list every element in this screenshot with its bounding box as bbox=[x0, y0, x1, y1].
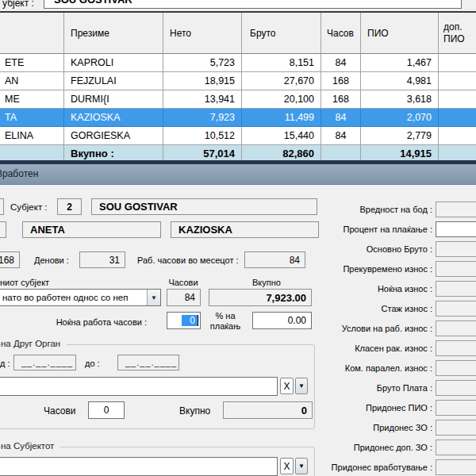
work-conditions-amount-label: Услови на раб. износ : bbox=[305, 323, 432, 334]
cut-field-left-a bbox=[0, 198, 4, 215]
cell-neto: 10,512 bbox=[163, 127, 242, 145]
cell-dop-pio bbox=[439, 127, 476, 145]
header-bruto: Бруто bbox=[242, 13, 321, 54]
cell-pio: 4,981 bbox=[361, 72, 439, 90]
cell-name: ME bbox=[0, 90, 64, 109]
cell-surname: KAPROLI bbox=[64, 54, 163, 72]
cell-neto: 13,941 bbox=[163, 90, 242, 109]
subject-name-field[interactable]: SOU GOSTIVAR bbox=[91, 198, 317, 215]
base-gross-label: Основно Бруто : bbox=[305, 244, 432, 255]
class-lead-amount-label: Класен рак. износ : bbox=[305, 343, 432, 354]
cut-field-left-b bbox=[0, 221, 6, 238]
table-row-selected[interactable]: TA KAZIOSKA 7,923 11,499 84 2,070 bbox=[0, 109, 476, 127]
cell-bruto: 8,151 bbox=[242, 54, 321, 72]
cell-name: AN bbox=[0, 72, 64, 90]
cell-neto: 7,923 bbox=[163, 109, 242, 127]
table-row[interactable]: ETE KAPROLI 5,723 8,151 84 1,467 bbox=[0, 54, 476, 72]
total-dop-pio bbox=[439, 145, 476, 162]
oo-hours-field[interactable]: 0 bbox=[88, 401, 125, 419]
parallel-amount-label: Ком. паралел. износ : bbox=[305, 363, 432, 374]
total-column-header: Вкупно bbox=[239, 277, 294, 288]
selected-text: 0 bbox=[182, 315, 198, 326]
overtime-amount-field bbox=[436, 261, 476, 277]
dop-zo-contribution-field bbox=[436, 440, 476, 455]
cell-pio: 3,618 bbox=[361, 90, 439, 109]
header-surname: Презиме bbox=[64, 13, 163, 54]
dop-zo-contribution-label: Придонес доп. ЗО : bbox=[305, 442, 432, 453]
pay-percent-label-line1: % на bbox=[215, 311, 235, 321]
table-total-row: Вкупно : 57,014 82,860 14,915 bbox=[0, 145, 476, 162]
other-organ-group-title: на Друг Орган bbox=[1, 339, 67, 348]
cell-name: ELINA bbox=[0, 127, 64, 145]
header-dop-pio: доп. ПИО bbox=[439, 13, 476, 54]
payroll-app-window: убјект : SOU GOSTIVAR Презиме Нето Бруто… bbox=[0, 0, 476, 476]
days-field[interactable]: 31 bbox=[79, 251, 125, 268]
pay-percent-right-field[interactable] bbox=[436, 221, 476, 237]
pio-contribution-label: Придонес ПИО : bbox=[305, 402, 432, 413]
point-value-label: Вредност на бод : bbox=[305, 204, 432, 215]
header-hours: Часов bbox=[321, 13, 361, 54]
first-name-field[interactable]: ANETA bbox=[22, 221, 161, 238]
cut-field-168: 168 bbox=[0, 251, 20, 268]
cell-hours: 84 bbox=[321, 109, 361, 127]
pay-percent-label-line2: плаќањ bbox=[210, 321, 240, 331]
clear-button[interactable]: X bbox=[280, 458, 294, 474]
cell-surname: GORGIESKA bbox=[64, 127, 163, 145]
subject-code-field[interactable]: 2 bbox=[57, 198, 82, 215]
employee-section-title: Вработен bbox=[0, 168, 38, 179]
relation-total-field: 7,923.00 bbox=[209, 289, 312, 306]
oo-hours-label: Часови bbox=[44, 405, 76, 416]
days-label: Денови : bbox=[34, 255, 69, 266]
pay-percent-right-label: Процент на плаќање : bbox=[305, 224, 432, 235]
header-neto: Нето bbox=[163, 13, 242, 54]
point-value-field bbox=[436, 202, 476, 217]
subject-name-field-top[interactable]: SOU GOSTIVAR bbox=[44, 0, 462, 9]
cell-hours: 168 bbox=[321, 90, 361, 109]
employee-table: Презиме Нето Бруто Часов ПИО доп. ПИО ET… bbox=[0, 11, 476, 162]
table-row[interactable]: ELINA GORGIESKA 10,512 15,440 84 2,779 bbox=[0, 127, 476, 145]
text-cursor bbox=[198, 315, 198, 326]
total-pio: 14,915 bbox=[361, 145, 439, 162]
base-gross-field bbox=[436, 241, 476, 257]
cell-pio: 2,779 bbox=[361, 127, 439, 145]
total-label: Вкупно : bbox=[64, 145, 163, 162]
month-hours-field[interactable]: 84 bbox=[244, 251, 305, 268]
total-hours bbox=[321, 145, 361, 162]
employee-section-bar: Вработен bbox=[0, 164, 476, 185]
oo-total-field: 0 bbox=[223, 401, 313, 419]
cell-pio: 1,467 bbox=[361, 54, 439, 72]
work-relation-dropdown[interactable]: нато во работен однос со неп ▼ bbox=[0, 289, 161, 306]
date-to-label: до : bbox=[85, 358, 100, 369]
cell-name: ETE bbox=[0, 54, 64, 72]
cell-surname: DURMI{I bbox=[64, 90, 163, 109]
other-organ-combo[interactable] bbox=[0, 377, 278, 396]
gross-salary-label: Бруто Плата : bbox=[305, 382, 432, 393]
cell-hours: 84 bbox=[321, 54, 361, 72]
clear-button[interactable]: X bbox=[280, 378, 294, 394]
zo-contribution-field bbox=[436, 420, 476, 436]
total-neto: 57,014 bbox=[163, 145, 242, 162]
cell-surname: KAZIOSKA bbox=[64, 109, 163, 127]
table-row[interactable]: AN FEJZULAI 18,915 27,670 168 4,981 bbox=[0, 72, 476, 90]
night-amount-field bbox=[436, 281, 476, 297]
subject-combo[interactable] bbox=[0, 457, 278, 476]
chevron-down-icon[interactable]: ▼ bbox=[147, 290, 160, 305]
last-name-field[interactable]: KAZIOSKA bbox=[171, 221, 319, 238]
subject-label: Субјект : bbox=[10, 202, 48, 213]
cell-bruto: 15,440 bbox=[242, 127, 321, 145]
relation-hours-field: 84 bbox=[167, 289, 201, 306]
pio-contribution-field bbox=[436, 400, 476, 416]
table-row[interactable]: ME DURMI{I 13,941 20,100 168 3,618 bbox=[0, 90, 476, 109]
date-to-field[interactable]: __.__.____ bbox=[117, 355, 179, 370]
overtime-amount-label: Прекувремено износ : bbox=[305, 263, 432, 274]
night-work-field[interactable]: 0 bbox=[167, 312, 201, 329]
oo-total-label: Вкупно bbox=[179, 405, 210, 416]
night-amount-label: Ноќна износ : bbox=[305, 283, 432, 294]
pay-percent-field[interactable]: 0.00 bbox=[252, 312, 312, 329]
table-header-row: Презиме Нето Бруто Часов ПИО доп. ПИО bbox=[0, 13, 476, 54]
cell-dop-pio bbox=[439, 54, 476, 72]
cell-bruto: 20,100 bbox=[242, 90, 321, 109]
work-relation-dropdown-text: нато во работен однос со неп bbox=[0, 293, 147, 302]
date-from-field[interactable]: __.__.____ bbox=[13, 355, 76, 370]
date-from-label-cut: д : bbox=[0, 358, 10, 369]
